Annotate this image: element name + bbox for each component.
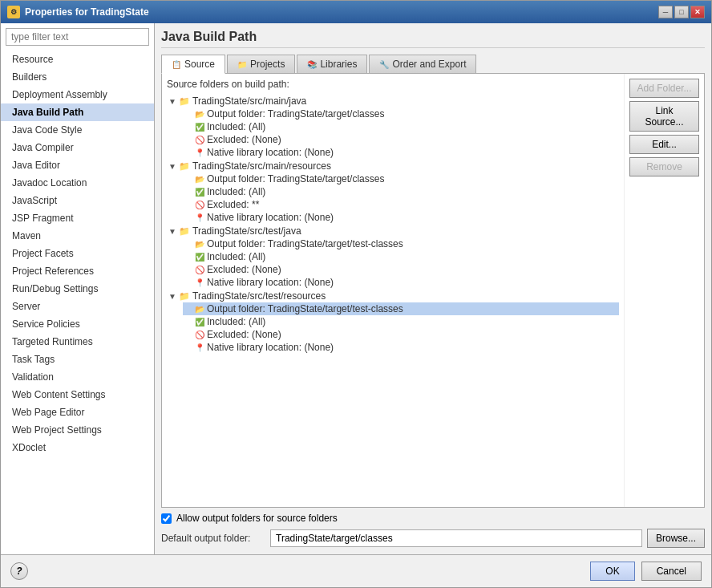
bottom-area: Allow output folders for source folders …	[161, 508, 705, 548]
sidebar-item[interactable]: XDoclet	[1, 439, 154, 456]
help-button[interactable]: ?	[10, 562, 28, 580]
tree-parent-row[interactable]: ▼📁TradingState/src/test/resources	[167, 290, 619, 302]
tab-libraries[interactable]: 📚Libraries	[297, 55, 367, 73]
footer: ? OK Cancel	[1, 554, 711, 587]
folder-icon: 📁	[179, 161, 190, 172]
sidebar-item[interactable]: Web Content Settings	[1, 386, 154, 403]
tree-child-row[interactable]: 📂Output folder: TradingState/target/clas…	[183, 172, 619, 185]
tree-child-row[interactable]: 📂Output folder: TradingState/target/test…	[183, 237, 619, 250]
tab-label: Projects	[250, 59, 285, 70]
allow-output-row: Allow output folders for source folders	[161, 513, 705, 524]
sidebar-item[interactable]: Java Code Style	[1, 121, 154, 139]
tree-group: ▼📁TradingState/src/main/java 📂Output fol…	[167, 95, 619, 159]
default-output-input[interactable]	[270, 529, 642, 547]
sidebar-item[interactable]: Builders	[1, 68, 154, 86]
tree-group: ▼📁TradingState/src/main/resources 📂Outpu…	[167, 160, 619, 224]
tree-child-row[interactable]: 🚫Excluded: (None)	[183, 133, 619, 146]
child-icon: 🚫	[195, 266, 204, 274]
maximize-button[interactable]: □	[674, 6, 689, 18]
close-button[interactable]: ✕	[690, 6, 705, 18]
tree-child-row[interactable]: 📂Output folder: TradingState/target/clas…	[183, 107, 619, 120]
tab-projects[interactable]: 📁Projects	[227, 55, 295, 73]
sidebar-item[interactable]: Java Editor	[1, 156, 154, 174]
tree-child-row[interactable]: 📍Native library location: (None)	[183, 341, 619, 354]
child-icon: 🚫	[195, 201, 204, 209]
source-label: Source folders on build path:	[167, 79, 619, 90]
main-window: ⚙ Properties for TradingState ─ □ ✕ Reso…	[0, 0, 712, 588]
sidebar-item[interactable]: Server	[1, 298, 154, 315]
tree-group: ▼📁TradingState/src/test/java 📂Output fol…	[167, 225, 619, 289]
sidebar-item[interactable]: Resource	[1, 51, 154, 68]
tree-child-label: Included: (All)	[207, 186, 265, 197]
sidebar: ResourceBuildersDeployment AssemblyJava …	[1, 23, 155, 554]
sidebar-item[interactable]: Web Project Settings	[1, 421, 154, 439]
tree-child-row[interactable]: ✅Included: (All)	[183, 315, 619, 328]
ok-button[interactable]: OK	[590, 562, 634, 581]
tree-child-label: Excluded: (None)	[207, 134, 281, 145]
child-icon: 📍	[195, 343, 204, 352]
sidebar-item[interactable]: Project References	[1, 262, 154, 280]
child-icon: 📍	[195, 278, 204, 287]
window-title: Properties for TradingState	[25, 6, 149, 18]
tree-child-row[interactable]: 📂Output folder: TradingState/target/test…	[183, 302, 619, 315]
sidebar-item[interactable]: Maven	[1, 227, 154, 245]
sidebar-item[interactable]: Java Compiler	[1, 139, 154, 156]
action-button-link-source---[interactable]: Link Source...	[629, 101, 699, 132]
tab-order-and-export[interactable]: 🔧Order and Export	[369, 55, 476, 73]
tab-icon: 📚	[307, 60, 317, 69]
tree-container: ▼📁TradingState/src/main/java 📂Output fol…	[167, 95, 619, 354]
tree-parent-row[interactable]: ▼📁TradingState/src/main/java	[167, 95, 619, 107]
default-output-row: Default output folder: Browse...	[161, 529, 705, 548]
allow-output-checkbox[interactable]	[161, 513, 172, 524]
action-button-edit---[interactable]: Edit...	[629, 135, 699, 154]
sidebar-item[interactable]: Javadoc Location	[1, 174, 154, 192]
sidebar-item[interactable]: Deployment Assembly	[1, 86, 154, 103]
default-output-label: Default output folder:	[161, 533, 265, 544]
tree-child-row[interactable]: 🚫Excluded: (None)	[183, 328, 619, 341]
sidebar-item[interactable]: JSP Fragment	[1, 209, 154, 227]
tab-source[interactable]: 📋Source	[161, 55, 225, 74]
sidebar-item[interactable]: Java Build Path	[1, 103, 154, 121]
footer-buttons: OK Cancel	[590, 562, 702, 581]
tree-child-label: Output folder: TradingState/target/class…	[207, 108, 384, 120]
child-icon: 📂	[195, 175, 204, 184]
sidebar-item[interactable]: JavaScript	[1, 192, 154, 209]
child-icon: 📍	[195, 213, 204, 222]
main-content: ResourceBuildersDeployment AssemblyJava …	[1, 23, 711, 554]
tree-children: 📂Output folder: TradingState/target/clas…	[183, 172, 619, 224]
tree-child-row[interactable]: ✅Included: (All)	[183, 185, 619, 198]
action-button-add-folder---: Add Folder...	[629, 79, 699, 98]
tree-child-row[interactable]: 📍Native library location: (None)	[183, 211, 619, 224]
tree-child-row[interactable]: 📍Native library location: (None)	[183, 146, 619, 159]
tree-parent-row[interactable]: ▼📁TradingState/src/test/java	[167, 225, 619, 237]
tree-parent-row[interactable]: ▼📁TradingState/src/main/resources	[167, 160, 619, 172]
tree-child-row[interactable]: 🚫Excluded: **	[183, 198, 619, 211]
tab-label: Source	[184, 59, 215, 70]
sidebar-item[interactable]: Task Tags	[1, 351, 154, 368]
sidebar-item[interactable]: Web Page Editor	[1, 403, 154, 421]
tree-child-label: Native library location: (None)	[207, 212, 334, 223]
titlebar: ⚙ Properties for TradingState ─ □ ✕	[1, 1, 711, 23]
child-icon: ✅	[195, 123, 204, 132]
tree-child-label: Output folder: TradingState/target/test-…	[207, 303, 403, 314]
sidebar-item[interactable]: Targeted Runtimes	[1, 333, 154, 351]
titlebar-buttons: ─ □ ✕	[658, 6, 705, 18]
child-icon: 📍	[195, 148, 204, 157]
tree-child-label: Excluded: (None)	[207, 329, 281, 340]
tree-child-row[interactable]: 📍Native library location: (None)	[183, 276, 619, 289]
tree-child-label: Native library location: (None)	[207, 277, 334, 288]
child-icon: ✅	[195, 188, 204, 197]
tree-child-row[interactable]: ✅Included: (All)	[183, 250, 619, 263]
tree-child-row[interactable]: ✅Included: (All)	[183, 120, 619, 133]
sidebar-item[interactable]: Project Facets	[1, 245, 154, 262]
minimize-button[interactable]: ─	[658, 6, 673, 18]
tree-child-label: Excluded: (None)	[207, 264, 281, 275]
cancel-button[interactable]: Cancel	[641, 562, 702, 581]
filter-input[interactable]	[6, 28, 149, 46]
tree-child-label: Included: (All)	[207, 316, 265, 327]
sidebar-item[interactable]: Run/Debug Settings	[1, 280, 154, 298]
tree-child-row[interactable]: 🚫Excluded: (None)	[183, 263, 619, 276]
browse-button[interactable]: Browse...	[647, 529, 705, 548]
sidebar-item[interactable]: Service Policies	[1, 315, 154, 333]
sidebar-item[interactable]: Validation	[1, 368, 154, 386]
